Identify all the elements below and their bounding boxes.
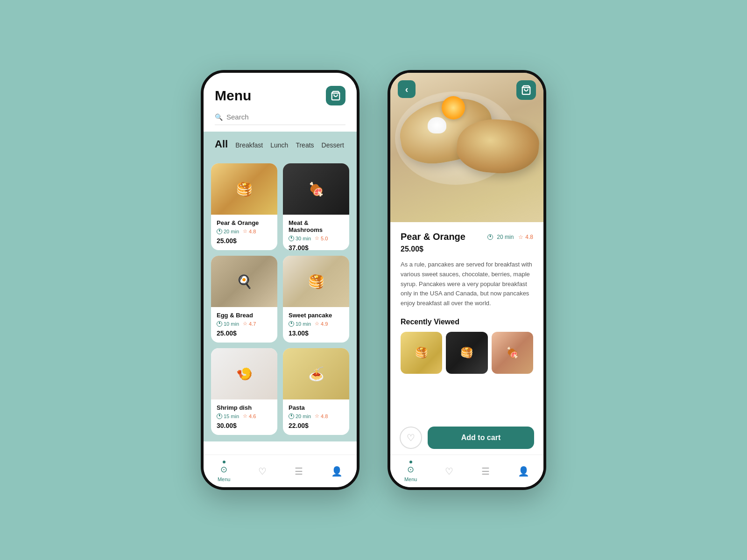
food-price-1: 25.00$: [217, 237, 272, 245]
detail-price: 25.00$: [401, 245, 533, 253]
detail-time: 20 min: [487, 234, 514, 240]
right-list-icon: ☰: [481, 466, 490, 477]
food-time-5: 15 min: [217, 413, 239, 419]
recent-image-1: 🥞: [401, 332, 442, 374]
cart-button[interactable]: [326, 86, 345, 105]
cart-button-detail[interactable]: [516, 80, 536, 100]
nav-wishlist[interactable]: ♡: [258, 466, 267, 477]
food-name-5: Shrimp dish: [217, 404, 272, 411]
recently-viewed-row: 🥞 🥞 🍖: [401, 332, 533, 374]
food-price-6: 22.00$: [289, 422, 344, 429]
wishlist-button[interactable]: ♡: [400, 427, 422, 449]
food-price-2: 37.00$: [289, 244, 344, 250]
food-meta-2: 30 min ☆ 5.0: [289, 235, 344, 241]
category-dessert[interactable]: Dessert: [322, 141, 344, 149]
right-heart-icon: ♡: [445, 466, 453, 477]
right-nav-profile[interactable]: 👤: [518, 466, 529, 477]
app-title: Menu: [215, 88, 251, 104]
clock-icon-3: [217, 321, 222, 327]
add-to-cart-button[interactable]: Add to cart: [428, 427, 534, 449]
profile-icon: 👤: [331, 466, 343, 477]
food-info-6: Pasta 20 min ☆ 4.8 22.00$: [283, 399, 349, 435]
food-info-3: Egg & Bread 10 min ☆ 4.7 25.00$: [211, 307, 277, 343]
food-price-5: 30.00$: [217, 422, 272, 429]
recent-item-2[interactable]: 🥞: [446, 332, 487, 374]
cream-dollop: [428, 117, 446, 133]
food-card-1[interactable]: 🥞 Pear & Orange 20 min ☆ 4.8 25.00$: [211, 163, 277, 250]
right-nav-orders[interactable]: ☰: [481, 466, 490, 477]
food-image-4: 🥞: [283, 256, 349, 307]
food-name-3: Egg & Bread: [217, 312, 272, 319]
detail-title-row: Pear & Orange 20 min ☆ 4.8: [401, 231, 533, 242]
right-profile-icon: 👤: [518, 466, 529, 477]
cart-icon-detail: [521, 85, 531, 95]
food-card-4[interactable]: 🥞 Sweet pancake 10 min ☆ 4.9 13.00$: [283, 256, 349, 343]
food-image-5: 🍤: [211, 348, 277, 399]
food-grid: 🥞 Pear & Orange 20 min ☆ 4.8 25.00$ 🍖: [204, 157, 357, 441]
food-info-2: Meat & Mashrooms 30 min ☆ 5.0 37.00$: [283, 215, 349, 250]
food-rating-4: ☆ 4.9: [315, 321, 328, 327]
food-image-1: 🥞: [211, 163, 277, 215]
food-info-4: Sweet pancake 10 min ☆ 4.9 13.00$: [283, 307, 349, 343]
food-rating-3: ☆ 4.7: [243, 321, 256, 327]
food-rating-6: ☆ 4.8: [315, 413, 328, 419]
left-phone: Menu 🔍 All Breakfast Lunch Treats Desser…: [201, 70, 359, 490]
clock-icon-2: [289, 236, 294, 241]
search-input[interactable]: [226, 113, 345, 121]
detail-meta: 20 min ☆ 4.8: [487, 234, 533, 240]
back-icon: ‹: [405, 84, 409, 95]
food-card-2[interactable]: 🍖 Meat & Mashrooms 30 min ☆ 5.0 37.00$: [283, 163, 349, 250]
right-nav-wishlist[interactable]: ♡: [445, 466, 453, 477]
food-price-3: 25.00$: [217, 329, 272, 337]
right-menu-icon: ⊙: [407, 464, 414, 475]
food-time-3: 10 min: [217, 321, 239, 327]
food-info-5: Shrimp dish 15 min ☆ 4.6 30.00$: [211, 399, 277, 435]
menu-icon: ⊙: [220, 464, 227, 475]
search-icon: 🔍: [215, 113, 223, 121]
category-lunch[interactable]: Lunch: [270, 141, 288, 149]
nav-menu-label: Menu: [218, 476, 231, 482]
recent-image-3: 🍖: [492, 332, 533, 374]
clock-icon-4: [289, 321, 294, 327]
recent-item-1[interactable]: 🥞: [401, 332, 442, 374]
food-rating-5: ☆ 4.6: [243, 413, 256, 419]
detail-overlay-buttons: ‹: [390, 80, 543, 100]
food-time-6: 20 min: [289, 413, 311, 419]
right-phone-inner: ‹ Pear & Orange 20 min: [390, 73, 543, 487]
category-all[interactable]: All: [215, 138, 228, 150]
category-treats[interactable]: Treats: [296, 141, 314, 149]
food-image-6: 🍝: [283, 348, 349, 399]
food-meta-5: 15 min ☆ 4.6: [217, 413, 272, 419]
food-card-6[interactable]: 🍝 Pasta 20 min ☆ 4.8 22.00$: [283, 348, 349, 435]
food-card-3[interactable]: 🍳 Egg & Bread 10 min ☆ 4.7 25.00$: [211, 256, 277, 343]
back-button[interactable]: ‹: [398, 80, 416, 98]
food-name-4: Sweet pancake: [289, 312, 344, 319]
food-image-3: 🍳: [211, 256, 277, 307]
clock-icon-detail: [487, 234, 493, 240]
detail-description: As a rule, pancakes are served for break…: [401, 260, 533, 308]
food-meta-1: 20 min ☆ 4.8: [217, 228, 272, 234]
clock-icon-5: [217, 413, 222, 419]
left-bottom-nav: ⊙ Menu ♡ ☰ 👤: [204, 455, 357, 487]
food-price-4: 13.00$: [289, 329, 344, 337]
food-meta-4: 10 min ☆ 4.9: [289, 321, 344, 327]
left-header: Menu: [204, 73, 357, 113]
food-name-2: Meat & Mashrooms: [289, 219, 344, 233]
food-card-5[interactable]: 🍤 Shrimp dish 15 min ☆ 4.6 30.00$: [211, 348, 277, 435]
detail-product-name: Pear & Orange: [401, 231, 465, 242]
right-nav-menu[interactable]: ⊙ Menu: [404, 461, 417, 482]
food-meta-6: 20 min ☆ 4.8: [289, 413, 344, 419]
cart-icon: [331, 91, 341, 101]
right-phone: ‹ Pear & Orange 20 min: [388, 70, 546, 490]
nav-menu[interactable]: ⊙ Menu: [218, 461, 231, 482]
recent-item-3[interactable]: 🍖: [492, 332, 533, 374]
nav-profile[interactable]: 👤: [331, 466, 343, 477]
nav-orders[interactable]: ☰: [295, 466, 303, 477]
food-time-1: 20 min: [217, 229, 239, 234]
clock-icon-6: [289, 413, 294, 419]
list-icon: ☰: [295, 466, 303, 477]
heart-icon: ♡: [258, 466, 267, 477]
category-breakfast[interactable]: Breakfast: [235, 141, 263, 149]
right-bottom-nav: ⊙ Menu ♡ ☰ 👤: [390, 455, 543, 487]
clock-icon-1: [217, 229, 222, 234]
